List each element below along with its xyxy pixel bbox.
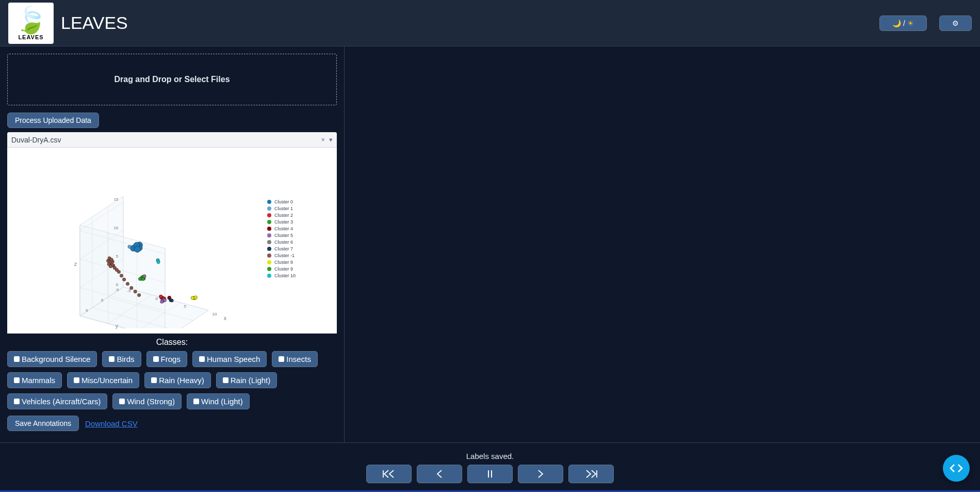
svg-point-37 bbox=[159, 295, 162, 298]
skip-forward-button[interactable] bbox=[568, 465, 614, 483]
left-panel: Drag and Drop or Select Files Process Up… bbox=[0, 46, 345, 442]
file-close-icon[interactable]: × bbox=[321, 136, 325, 144]
z-axis-label: z bbox=[74, 261, 77, 267]
svg-text:15: 15 bbox=[113, 197, 118, 202]
checkbox-icon bbox=[74, 377, 79, 383]
class-toggle-frogs[interactable]: Frogs bbox=[146, 351, 187, 367]
legend-label: Cluster 3 bbox=[274, 219, 293, 225]
legend-item[interactable]: Cluster -1 bbox=[267, 253, 296, 258]
svg-text:-5: -5 bbox=[127, 289, 132, 293]
svg-text:5: 5 bbox=[116, 254, 119, 259]
prev-button[interactable] bbox=[417, 465, 462, 483]
svg-point-65 bbox=[109, 265, 112, 268]
svg-point-71 bbox=[126, 282, 129, 285]
footer: Labels saved. bbox=[0, 442, 980, 492]
legend-item[interactable]: Cluster 10 bbox=[267, 273, 296, 278]
legend-label: Cluster 8 bbox=[274, 260, 293, 265]
process-uploaded-button[interactable]: Process Uploaded Data bbox=[7, 113, 99, 128]
file-dropzone[interactable]: Drag and Drop or Select Files bbox=[7, 54, 337, 105]
checkbox-icon bbox=[14, 356, 20, 362]
legend-label: Cluster 5 bbox=[274, 233, 293, 238]
file-menu-icon[interactable]: ▾ bbox=[329, 136, 333, 144]
class-label: Mammals bbox=[22, 376, 55, 385]
legend-item[interactable]: Cluster 0 bbox=[267, 199, 296, 204]
svg-point-70 bbox=[122, 278, 125, 281]
checkbox-icon bbox=[199, 356, 205, 362]
svg-point-73 bbox=[134, 290, 137, 293]
legend-label: Cluster 7 bbox=[274, 246, 293, 251]
legend-label: Cluster 6 bbox=[274, 240, 293, 245]
code-icon bbox=[950, 463, 963, 473]
legend-item[interactable]: Cluster 3 bbox=[267, 219, 296, 225]
checkbox-icon bbox=[14, 377, 20, 383]
class-label: Birds bbox=[117, 355, 134, 363]
legend-item[interactable]: Cluster 8 bbox=[267, 260, 296, 265]
class-toggle-misc-uncertain[interactable]: Misc/Uncertain bbox=[67, 372, 139, 388]
class-toggle-wind-strong-[interactable]: Wind (Strong) bbox=[112, 393, 182, 409]
logo-text: LEAVES bbox=[18, 34, 43, 40]
legend-label: Cluster -1 bbox=[274, 253, 295, 258]
class-toggle-mammals[interactable]: Mammals bbox=[7, 372, 62, 388]
class-label: Insects bbox=[286, 355, 311, 363]
legend-item[interactable]: Cluster 6 bbox=[267, 240, 296, 245]
svg-point-68 bbox=[117, 270, 120, 273]
download-csv-link[interactable]: Download CSV bbox=[85, 419, 138, 428]
chart-legend: Cluster 0Cluster 1Cluster 2Cluster 3Clus… bbox=[267, 199, 296, 280]
svg-text:0: 0 bbox=[156, 296, 158, 301]
pause-button[interactable] bbox=[467, 465, 513, 483]
legend-label: Cluster 10 bbox=[274, 273, 296, 278]
class-toggle-insects[interactable]: Insects bbox=[272, 351, 318, 367]
next-button[interactable] bbox=[518, 465, 563, 483]
code-fab-button[interactable] bbox=[943, 455, 970, 482]
legend-item[interactable]: Cluster 1 bbox=[267, 206, 296, 211]
svg-point-78 bbox=[194, 296, 197, 299]
checkbox-icon bbox=[153, 356, 159, 362]
class-toggle-wind-light-[interactable]: Wind (Light) bbox=[187, 393, 250, 409]
svg-text:5: 5 bbox=[86, 308, 88, 313]
checkbox-icon bbox=[223, 377, 228, 383]
class-label: Wind (Strong) bbox=[127, 397, 175, 406]
transport-controls bbox=[366, 465, 614, 483]
svg-point-82 bbox=[157, 260, 160, 263]
theme-toggle-button[interactable]: 🌙/☀ bbox=[879, 15, 927, 31]
save-annotations-button[interactable]: Save Annotations bbox=[7, 416, 79, 431]
class-label: Vehicles (Aircraft/Cars) bbox=[22, 397, 101, 406]
class-toggle-rain-heavy-[interactable]: Rain (Heavy) bbox=[144, 372, 211, 388]
svg-point-80 bbox=[141, 277, 144, 280]
class-toggle-vehicles-aircraft-cars-[interactable]: Vehicles (Aircraft/Cars) bbox=[7, 393, 107, 409]
checkbox-icon bbox=[14, 399, 20, 404]
checkbox-icon bbox=[279, 356, 284, 362]
svg-point-51 bbox=[160, 300, 164, 303]
settings-button[interactable]: ⚙ bbox=[939, 15, 972, 31]
legend-dot-icon bbox=[267, 207, 271, 211]
class-label: Rain (Light) bbox=[231, 376, 271, 385]
class-toggle-human-speech[interactable]: Human Speech bbox=[192, 351, 267, 367]
legend-dot-icon bbox=[267, 267, 271, 271]
legend-dot-icon bbox=[267, 213, 271, 217]
legend-dot-icon bbox=[267, 233, 271, 237]
skip-back-button[interactable] bbox=[366, 465, 412, 483]
header: 🍃 LEAVES LEAVES 🌙/☀ ⚙ bbox=[0, 0, 980, 46]
legend-dot-icon bbox=[267, 240, 271, 244]
class-toggle-background-silence[interactable]: Background Silence bbox=[7, 351, 97, 367]
legend-dot-icon bbox=[267, 260, 271, 264]
status-text: Labels saved. bbox=[466, 452, 514, 461]
svg-point-50 bbox=[163, 298, 166, 301]
svg-point-69 bbox=[120, 274, 123, 277]
sun-icon: ☀ bbox=[907, 19, 914, 27]
checkbox-icon bbox=[109, 356, 115, 362]
class-toggle-rain-light-[interactable]: Rain (Light) bbox=[216, 372, 277, 388]
file-name: Duval-DryA.csv bbox=[11, 136, 61, 144]
legend-item[interactable]: Cluster 9 bbox=[267, 266, 296, 272]
chart-3d-scatter[interactable]: 051015-50510-50510 Cluster 0Cluster 1Clu… bbox=[7, 148, 337, 334]
y-axis-label: y bbox=[116, 323, 118, 329]
legend-dot-icon bbox=[267, 253, 271, 258]
checkbox-icon bbox=[119, 399, 125, 404]
right-panel bbox=[345, 46, 980, 442]
class-toggle-birds[interactable]: Birds bbox=[102, 351, 141, 367]
legend-item[interactable]: Cluster 2 bbox=[267, 213, 296, 218]
legend-item[interactable]: Cluster 4 bbox=[267, 226, 296, 231]
legend-dot-icon bbox=[267, 200, 271, 204]
legend-item[interactable]: Cluster 5 bbox=[267, 233, 296, 238]
legend-item[interactable]: Cluster 7 bbox=[267, 246, 296, 251]
